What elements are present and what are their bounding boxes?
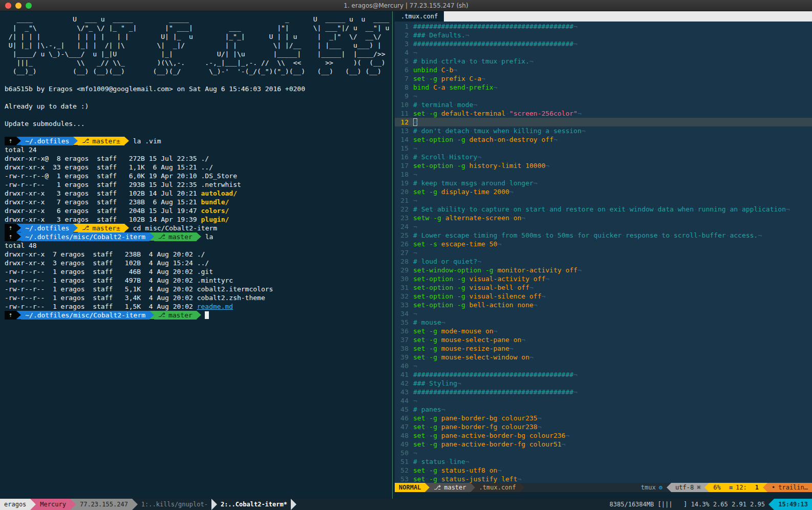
line-number: 53 [395, 475, 413, 483]
prompt-line: ⇡~/.dotfiles/misc/Cobalt2-iterm⎇master l… [5, 232, 390, 241]
titlebar[interactable]: 1. eragos@Mercury | 77.23.155.247 (sh) [0, 0, 812, 11]
eol-marker-icon: ¬ [529, 57, 533, 65]
vim-line: 14set-option·-g·detach-on-destroy·off¬ [395, 135, 812, 144]
prompt-status-segment: ⇡ [5, 311, 16, 320]
terminal-line: -rw-r--r--@ 1 eragos staff 6,0K 19 Apr 2… [5, 172, 390, 180]
eol-marker-icon: ¬ [529, 353, 533, 361]
eol-marker-icon: ¬ [413, 397, 417, 405]
eol-marker-icon: ¬ [509, 345, 514, 352]
vim-statusline: NORMAL⎇master.tmux.conftmux⚙utf-8⌘6%≡12:… [395, 483, 812, 492]
eol-marker-icon: ¬ [573, 23, 578, 30]
terminal-text: .DS_Store [201, 172, 237, 180]
vim-line: 12¬ [395, 118, 812, 126]
vim-line: 50¬ [395, 449, 812, 457]
shell-pane[interactable]: ____ U ___ u _____ _____ _ U _____ u u _… [0, 11, 390, 499]
up-arrow-icon: ⇡ [9, 232, 12, 241]
eol-marker-icon: ¬ [413, 144, 417, 152]
typed-command: la .vim [129, 137, 161, 145]
terminal-text: -rw-r--r--@ 1 eragos staff 6,0K 19 Apr 2… [5, 172, 201, 180]
statusline-git-branch: ⎇master [430, 483, 470, 492]
powerline-arrow [471, 483, 475, 492]
line-number: 32 [395, 292, 413, 301]
tmux-session-name[interactable]: eragos [0, 499, 30, 510]
powerline-arrow [149, 311, 154, 319]
vim-buffer[interactable]: 1#######################################… [395, 22, 812, 483]
terminal-line: b6a515b by Eragos <mfo1009@googlemail.co… [5, 84, 390, 93]
zoom-button[interactable] [26, 3, 32, 9]
vim-line: 43######################################… [395, 388, 812, 396]
terminal-line: total 24 [5, 145, 390, 154]
eol-marker-icon: ¬ [413, 310, 417, 317]
line-number: 7 [395, 74, 413, 83]
line-number: 1 [395, 22, 413, 31]
terminal-blank-line [5, 76, 390, 84]
terminal-text: cobalt2.itermcolors [197, 285, 273, 293]
vim-line: 25#·Lower·escape·timing·from·500ms·to·50… [395, 231, 812, 240]
directory-name: autoload/ [201, 189, 237, 197]
eol-marker-icon: ¬ [541, 292, 545, 300]
eol-marker-icon: ¬ [497, 466, 501, 474]
statusline-filename: .tmux.conf [475, 483, 520, 492]
powerline-arrow [132, 499, 138, 510]
terminal-window: 1. eragos@Mercury | 77.23.155.247 (sh) _… [0, 0, 812, 510]
line-number: 38 [395, 344, 413, 353]
up-arrow-icon: ⇡ [9, 224, 12, 232]
prompt-path-segment: ~/.dotfiles/misc/Cobalt2-iterm [21, 232, 149, 241]
terminal-text: drwxr-xr-x@ 8 eragos staff 272B 15 Jul 2… [5, 155, 201, 162]
eol-marker-icon: ¬ [413, 449, 417, 457]
terminal-text: Already up to date :) [5, 102, 89, 110]
vim-line: 31set-option·-g·visual-bell·off¬ [395, 283, 812, 292]
vim-line: 36set·-g·mode-mouse·on¬ [395, 327, 812, 335]
eol-marker-icon: ¬ [578, 266, 582, 274]
pane-separator[interactable] [390, 11, 395, 499]
powerline-arrow [73, 137, 78, 145]
powerline-arrow [197, 311, 201, 319]
tmux-window-active[interactable]: 2:..Cobalt2-iterm* [217, 499, 291, 510]
terminal-text: total 48 [5, 242, 37, 249]
eol-marker-icon: ¬ [582, 127, 586, 135]
terminal-text: -rw-r--r-- 1 eragos staff 1,5K 4 Aug 20:… [5, 303, 197, 310]
vim-line: 53set·-g·status-justify·left¬ [395, 475, 812, 483]
vim-line: 17set-option·-g·history-limit·10000¬ [395, 161, 812, 170]
terminal-line: drwxr-xr-x 3 eragos staff 102B 14 Apr 19… [5, 215, 390, 224]
terminal-text: drwxr-xr-x 7 eragos staff 238B 4 Aug 20:… [5, 250, 197, 258]
vim-line: 9¬ [395, 92, 812, 100]
terminal-blank-line [5, 93, 390, 102]
directory-name: plugin/ [201, 216, 229, 223]
line-number: 30 [395, 274, 413, 283]
memory-gauge: [||| ] [657, 499, 687, 510]
eol-marker-icon: ¬ [465, 31, 469, 39]
eol-marker-icon: ¬ [497, 240, 501, 248]
eol-marker-icon: ¬ [562, 440, 566, 448]
vim-line: 7set·-g·prefix·C-a¬ [395, 74, 812, 83]
eol-marker-icon: ¬ [413, 197, 417, 204]
line-number: 8 [395, 83, 413, 92]
terminal-text: drwxr-xr-x 6 eragos staff 204B 15 Jul 19… [5, 207, 201, 215]
vim-tab[interactable]: .tmux.conf [395, 11, 444, 22]
terminal-text: drwxr-xr-x 3 eragos staff 102B 14 Jul 20… [5, 189, 201, 197]
eol-marker-icon: ¬ [578, 110, 582, 117]
terminal-line: -rw-r--r-- 1 eragos staff 497B 4 Aug 20:… [5, 276, 390, 285]
powerline-arrow [520, 483, 525, 492]
powerline-arrow [149, 232, 154, 241]
close-button[interactable] [5, 3, 11, 9]
powerline-arrow [211, 499, 217, 510]
branch-icon: ⎇ [434, 483, 441, 492]
vim-line: 23setw·-g·alternate-screen·on¬ [395, 214, 812, 222]
vim-line: 32set-option·-g·visual-silence·off¬ [395, 292, 812, 301]
minimize-button[interactable] [15, 3, 22, 9]
powerline-arrow [70, 499, 76, 510]
readme-link[interactable]: readme.md [197, 303, 233, 310]
powerline-arrow [197, 232, 201, 241]
line-number: 21 [395, 196, 413, 205]
eol-marker-icon: ¬ [481, 75, 485, 82]
terminal-line: -rw-r--r-- 1 eragos staff 293B 15 Jul 22… [5, 180, 390, 189]
line-number: 41 [395, 370, 413, 379]
line-number: 11 [395, 109, 413, 118]
eol-marker-icon: ¬ [413, 118, 417, 126]
vim-pane[interactable]: .tmux.conf 1############################… [395, 11, 812, 499]
powerline-arrow [768, 499, 774, 510]
line-number: 26 [395, 240, 413, 248]
terminal-text: drwxr-xr-x 3 eragos staff 102B 14 Apr 19… [5, 216, 201, 223]
tmux-window[interactable]: 1:..kills/gnuplot- [138, 499, 211, 510]
